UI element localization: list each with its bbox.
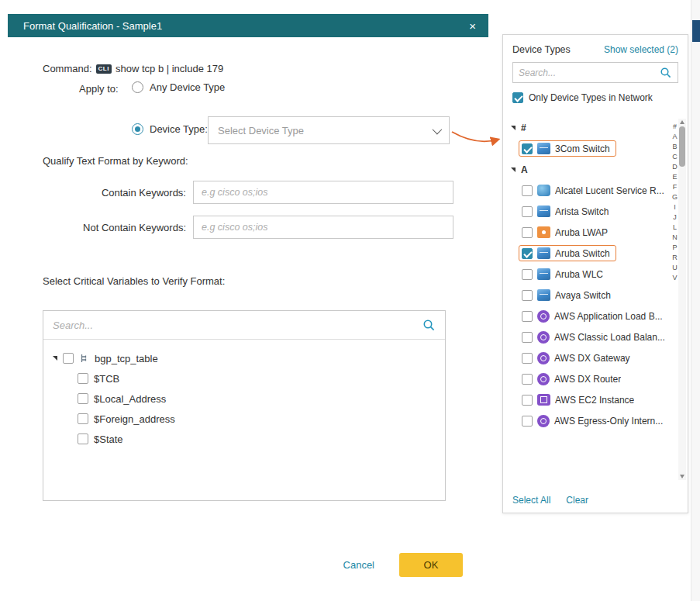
- alphabet-letter[interactable]: F: [673, 182, 678, 192]
- device-type-row: AWS EC2 Instance: [509, 389, 666, 410]
- search-icon[interactable]: [422, 319, 436, 332]
- device-checkbox[interactable]: [522, 227, 533, 238]
- chevron-down-icon: [433, 124, 443, 134]
- device-row-content: AWS DX Router: [519, 371, 627, 388]
- device-checkbox[interactable]: [522, 395, 533, 406]
- group-expander-icon[interactable]: [511, 126, 516, 130]
- alphabet-letter[interactable]: R: [672, 253, 678, 263]
- device-checkbox[interactable]: [522, 248, 533, 259]
- device-checkbox[interactable]: [522, 332, 533, 343]
- device-type-row: AWS Egress-Only Intern...: [509, 410, 666, 431]
- device-checkbox[interactable]: [522, 353, 533, 364]
- scroll-down-icon[interactable]: [680, 475, 684, 478]
- panel-search-input[interactable]: [519, 67, 660, 78]
- alphabet-letter[interactable]: D: [672, 162, 678, 172]
- device-label: AWS DX Router: [554, 374, 621, 385]
- dialog-title: Format Qualification - Sample1: [23, 20, 162, 32]
- variable-label: $TCB: [94, 373, 119, 385]
- bgp-tcp-table-checkbox[interactable]: [63, 353, 74, 364]
- variable-checkbox[interactable]: [78, 373, 88, 384]
- not-contain-keywords-row: Not Contain Keywords:: [43, 216, 453, 239]
- show-selected-link[interactable]: Show selected (2): [604, 44, 678, 55]
- alphabet-letter[interactable]: A: [672, 132, 677, 142]
- device-row-content: AWS Egress-Only Intern...: [519, 413, 669, 430]
- device-icon: [537, 394, 550, 406]
- device-label: Aruba LWAP: [555, 227, 608, 238]
- panel-search-bar: [512, 62, 678, 83]
- device-checkbox[interactable]: [522, 374, 533, 385]
- device-checkbox[interactable]: [522, 269, 533, 280]
- device-label: AWS Classic Load Balan...: [554, 332, 665, 343]
- alphabet-letter[interactable]: U: [672, 263, 678, 273]
- device-icon: [537, 247, 550, 259]
- device-checkbox[interactable]: [522, 143, 533, 154]
- variables-search-bar: [43, 311, 445, 340]
- tree-row-variable: $Local_Address: [78, 389, 436, 409]
- search-icon[interactable]: [660, 67, 672, 79]
- not-contain-keywords-input[interactable]: [193, 216, 453, 239]
- variable-checkbox[interactable]: [78, 393, 88, 404]
- device-label: AWS Egress-Only Intern...: [554, 416, 663, 427]
- device-checkbox[interactable]: [522, 290, 533, 301]
- device-type-row: Aruba WLC: [509, 264, 666, 285]
- alphabet-letter[interactable]: L: [673, 223, 677, 233]
- device-icon: [537, 289, 550, 301]
- panel-scrollbar[interactable]: [678, 119, 686, 480]
- device-row-content: Arista Switch: [519, 203, 615, 219]
- group-letter: A: [521, 164, 528, 175]
- contain-keywords-input[interactable]: [193, 181, 453, 204]
- device-row-content: Aruba LWAP: [519, 224, 614, 240]
- device-icon: [537, 415, 550, 427]
- device-icon: [537, 226, 550, 238]
- device-checkbox[interactable]: [522, 206, 533, 217]
- device-type-dropdown[interactable]: Select Device Type: [208, 116, 450, 144]
- tree-row-variable: $TCB: [78, 368, 436, 389]
- alphabet-letter[interactable]: #: [673, 122, 677, 132]
- radio-row-device-type: Device Type:: [132, 123, 208, 135]
- device-type-row: AWS DX Router: [509, 368, 666, 389]
- panel-scrollbar-thumb[interactable]: [679, 126, 685, 167]
- alphabet-letter[interactable]: G: [672, 192, 678, 202]
- only-network-checkbox[interactable]: [512, 92, 523, 103]
- device-checkbox[interactable]: [522, 416, 533, 427]
- alphabet-letter[interactable]: V: [672, 273, 677, 283]
- cancel-button[interactable]: Cancel: [343, 559, 374, 571]
- device-type-radio[interactable]: [132, 123, 143, 135]
- alphabet-letter[interactable]: B: [672, 142, 677, 152]
- tree-row-variable: $Foreign_address: [78, 409, 436, 429]
- variable-label: $State: [94, 433, 123, 445]
- tree-expander-icon[interactable]: [53, 356, 57, 361]
- variables-search-input[interactable]: [53, 319, 422, 331]
- alphabet-letter[interactable]: I: [674, 202, 676, 212]
- group-expander-icon[interactable]: [511, 168, 516, 172]
- alphabet-letter[interactable]: P: [672, 243, 677, 253]
- any-device-type-radio[interactable]: [132, 81, 143, 93]
- scroll-up-icon[interactable]: [680, 120, 684, 124]
- alphabet-letter[interactable]: E: [672, 172, 677, 182]
- device-checkbox[interactable]: [522, 311, 533, 322]
- device-type-row: AWS DX Gateway: [509, 347, 666, 368]
- device-checkbox[interactable]: [522, 185, 533, 196]
- device-label: Aruba WLC: [555, 269, 603, 280]
- variable-checkbox[interactable]: [78, 413, 88, 424]
- alphabet-letter[interactable]: J: [673, 212, 677, 223]
- device-label: Aruba Switch: [555, 248, 610, 259]
- clear-link[interactable]: Clear: [566, 495, 588, 506]
- panel-title: Device Types: [512, 44, 571, 55]
- tree-root-label: bgp_tcp_table: [95, 353, 158, 364]
- alphabet-letter[interactable]: C: [672, 152, 678, 162]
- select-all-link[interactable]: Select All: [512, 495, 550, 506]
- device-label: Alcatel Lucent Service R...: [555, 185, 664, 196]
- close-icon[interactable]: ×: [466, 19, 479, 33]
- ok-button[interactable]: OK: [399, 553, 463, 577]
- variable-checkbox[interactable]: [78, 433, 88, 444]
- panel-header: Device Types Show selected (2): [503, 35, 688, 55]
- page-scrollbar-thumb[interactable]: [692, 20, 700, 42]
- network-filter-row: Only Device Types in Network: [512, 92, 678, 103]
- parser-table-icon: [79, 354, 89, 364]
- tree-row-root: bgp_tcp_table: [53, 348, 436, 368]
- alphabet-letter[interactable]: N: [672, 233, 678, 243]
- device-row-content: Aruba Switch: [519, 245, 616, 261]
- page-scrollbar[interactable]: [691, 0, 700, 601]
- device-type-row: Aruba Switch: [509, 243, 666, 264]
